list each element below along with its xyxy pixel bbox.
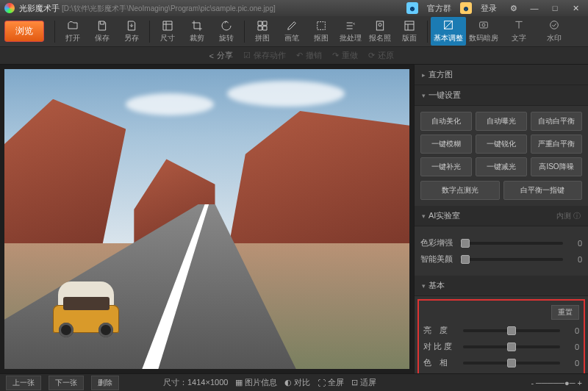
brush-icon — [285, 19, 298, 32]
tool-size[interactable]: 尺寸 — [153, 19, 182, 43]
compare-button[interactable]: ◐ 对比 — [284, 377, 310, 388]
zoom-slider[interactable]: - ─────●─ + — [531, 379, 582, 387]
size-label: 尺寸：1414×1000 — [163, 377, 228, 388]
svg-point-7 — [551, 21, 559, 29]
adjust-panel: ▸直方图 ▾一键设置 自动美化 自动曝光 自动白平衡 一键模糊 一键锐化 严重白… — [414, 65, 588, 373]
browse-button[interactable]: 浏览 — [4, 21, 44, 42]
tool-save[interactable]: 保存 — [87, 19, 117, 43]
slider-hue[interactable] — [463, 362, 560, 365]
svg-rect-1 — [376, 21, 383, 30]
size-icon — [161, 19, 174, 32]
label-color-enhance: 色彩增强 — [420, 237, 456, 248]
official-group-link[interactable]: 官方群 — [423, 1, 456, 15]
adjust-icon — [442, 19, 454, 32]
btn-heavy-wb[interactable]: 严重白平衡 — [531, 134, 582, 154]
undo-button[interactable]: ↶ 撤销 — [296, 50, 322, 61]
image-info-button[interactable]: ▦ 图片信息 — [235, 377, 277, 388]
btn-iso-nr[interactable]: 高ISO降噪 — [531, 157, 582, 176]
svg-rect-3 — [405, 21, 414, 30]
delete-button[interactable]: 删除 — [91, 376, 119, 390]
tab-text[interactable]: 文字 — [501, 17, 537, 46]
svg-point-2 — [379, 24, 381, 26]
slider-smart-beauty[interactable] — [460, 258, 563, 261]
tab-basic-adjust[interactable]: 基本调整 — [431, 17, 466, 46]
save-action-button[interactable]: ☑ 保存动作 — [243, 50, 286, 61]
redo-button[interactable]: ↷ 重做 — [332, 50, 358, 61]
btn-fill-light[interactable]: 一键补光 — [420, 157, 472, 176]
tool-crop[interactable]: 裁剪 — [182, 19, 212, 43]
darkroom-icon — [478, 19, 490, 32]
restore-button[interactable]: ⟳ 还原 — [368, 50, 394, 61]
label-smart-beauty: 智能美颜 — [420, 254, 456, 265]
btn-auto-wb[interactable]: 自动白平衡 — [531, 112, 582, 131]
tool-layout[interactable]: 版面 — [395, 19, 424, 43]
tool-open[interactable]: 打开 — [58, 19, 87, 43]
login-icon[interactable]: ☻ — [460, 2, 472, 14]
btn-blur[interactable]: 一键模糊 — [420, 134, 472, 154]
label-hue: 色 相 — [423, 357, 459, 368]
btn-wb-picker[interactable]: 白平衡一指键 — [503, 181, 583, 200]
minimize-button[interactable]: — — [526, 2, 542, 14]
save-icon — [96, 19, 109, 32]
reset-button[interactable]: 重置 — [551, 305, 579, 320]
btn-auto-exposure[interactable]: 自动曝光 — [476, 112, 527, 131]
maximize-button[interactable]: □ — [547, 2, 563, 14]
tab-darkroom[interactable]: 数码暗房 — [466, 17, 501, 46]
label-contrast: 对 比 度 — [423, 341, 459, 352]
tool-rotate[interactable]: 旋转 — [212, 19, 241, 43]
login-link[interactable]: 登录 — [476, 1, 501, 15]
slider-color-enhance[interactable] — [460, 242, 563, 245]
section-onekey[interactable]: ▾一键设置 — [415, 85, 588, 106]
open-icon — [66, 19, 79, 32]
btn-sharpen[interactable]: 一键锐化 — [476, 134, 527, 154]
collage-icon — [256, 19, 269, 32]
section-basic[interactable]: ▾基本 — [415, 276, 588, 296]
btn-spot-meter[interactable]: 数字点测光 — [420, 181, 500, 200]
tool-collage[interactable]: 拼图 — [248, 19, 277, 43]
cutout-icon — [315, 19, 328, 32]
app-logo — [4, 3, 15, 13]
btn-reduce-light[interactable]: 一键减光 — [476, 157, 527, 176]
next-image-button[interactable]: 下一张 — [49, 376, 84, 390]
svg-rect-5 — [480, 22, 488, 28]
close-button[interactable]: ✕ — [567, 2, 584, 14]
section-ai[interactable]: ▾AI实验室内测 ⓘ — [415, 206, 588, 226]
saveas-icon — [125, 19, 138, 32]
section-histogram[interactable]: ▸直方图 — [415, 65, 588, 85]
svg-rect-0 — [318, 22, 326, 30]
slider-contrast[interactable] — [463, 345, 560, 348]
idphoto-icon — [373, 19, 387, 32]
prev-image-button[interactable]: 上一张 — [6, 376, 41, 390]
text-icon — [513, 19, 525, 32]
settings-icon[interactable]: ⚙ — [506, 2, 522, 14]
rotate-icon — [220, 19, 233, 32]
crop-icon — [190, 19, 204, 32]
group-icon[interactable]: ☻ — [406, 2, 418, 14]
tool-cutout[interactable]: 抠图 — [306, 19, 336, 43]
tab-watermark[interactable]: 水印 — [537, 17, 572, 46]
tool-brush[interactable]: 画笔 — [277, 19, 306, 43]
slider-brightness[interactable] — [463, 329, 560, 332]
batch-icon — [344, 19, 357, 32]
tool-idphoto[interactable]: 报名照 — [365, 19, 395, 43]
watermark-icon — [548, 19, 560, 32]
fullscreen-button[interactable]: ⛶ 全屏 — [318, 377, 344, 388]
layout-icon — [403, 19, 416, 32]
label-brightness: 亮 度 — [423, 325, 459, 336]
app-title: 光影魔术手 [D:\软件\光影魔术手\NeoImaging\Program\pi… — [19, 3, 276, 14]
tool-batch[interactable]: 批处理 — [336, 19, 365, 43]
svg-point-6 — [482, 24, 485, 26]
tool-saveas[interactable]: 另存 — [117, 19, 146, 43]
fit-button[interactable]: ⊡ 适屏 — [351, 377, 376, 388]
btn-auto-beautify[interactable]: 自动美化 — [420, 112, 472, 131]
share-button[interactable]: < 分享 — [209, 50, 233, 61]
image-canvas[interactable] — [0, 65, 414, 373]
